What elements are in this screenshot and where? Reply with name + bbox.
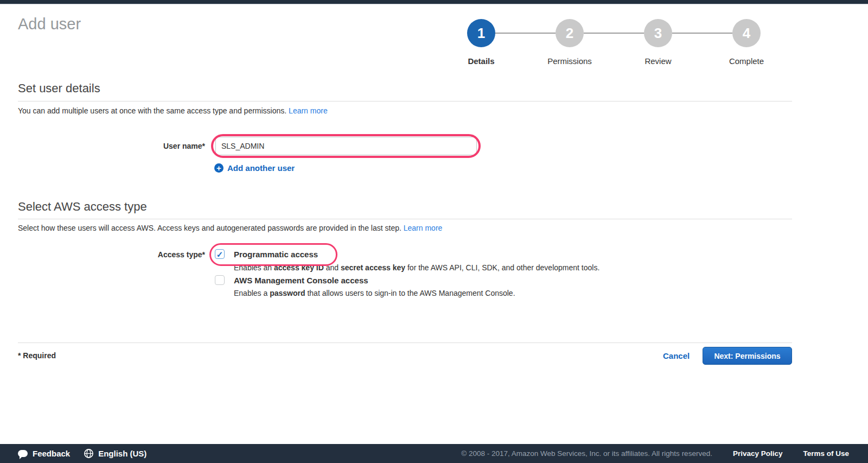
section-divider (18, 219, 792, 219)
top-navigation-bar (0, 0, 868, 4)
feedback-bubble-icon (18, 450, 28, 457)
wizard-step-details: 1 Details (451, 19, 511, 66)
username-input[interactable] (215, 137, 477, 155)
page-title: Add user (18, 15, 81, 33)
add-user-page: Add user 1 Details 2 Permissions 3 Revie… (0, 0, 868, 463)
language-label: English (US) (98, 449, 146, 458)
user-details-intro: You can add multiple users at once with … (18, 106, 328, 115)
terms-of-use-link[interactable]: Terms of Use (803, 449, 849, 458)
desc-text: Enables a (234, 289, 270, 297)
access-type-intro-text: Select how these users will access AWS. … (18, 224, 404, 232)
programmatic-access-checkbox[interactable]: ✓ (215, 249, 225, 259)
username-label: User name* (18, 142, 205, 150)
section-heading-access-type: Select AWS access type (18, 200, 147, 214)
step-2-label: Permissions (547, 56, 592, 66)
step-2-circle: 2 (556, 19, 584, 47)
cancel-button[interactable]: Cancel (663, 351, 690, 360)
console-access-checkbox[interactable]: ✓ (215, 275, 225, 285)
next-permissions-button[interactable]: Next: Permissions (703, 347, 792, 365)
globe-icon (84, 449, 93, 458)
copyright-text: © 2008 - 2017, Amazon Web Services, Inc.… (461, 449, 712, 458)
feedback-button[interactable]: Feedback (18, 449, 70, 458)
wizard-steps: 1 Details 2 Permissions 3 Review 4 Compl… (451, 19, 776, 66)
footer-divider (18, 343, 792, 343)
programmatic-access-label[interactable]: Programmatic access (234, 250, 318, 259)
wizard-step-permissions: 2 Permissions (540, 19, 599, 66)
section-divider (18, 101, 792, 102)
section-heading-user-details: Set user details (18, 81, 100, 96)
footer-bar: Feedback English (US) © 2008 - 2017, Ama… (0, 444, 868, 463)
learn-more-link-user-details[interactable]: Learn more (289, 106, 328, 115)
add-another-user-label: Add another user (227, 163, 295, 173)
privacy-policy-link[interactable]: Privacy Policy (733, 449, 783, 458)
required-note: * Required (18, 351, 56, 360)
desc-text: that allows users to sign-in to the AWS … (305, 289, 515, 297)
step-connector (672, 33, 732, 34)
desc-text: for the AWS API, CLI, SDK, and other dev… (405, 263, 599, 272)
desc-text: Enables an (234, 263, 274, 272)
step-1-label: Details (468, 56, 494, 66)
access-type-label: Access type* (18, 250, 205, 259)
console-access-description: Enables a password that allows users to … (234, 289, 515, 297)
user-details-intro-text: You can add multiple users at once with … (18, 106, 289, 115)
check-icon: ✓ (216, 250, 224, 258)
step-3-circle: 3 (644, 19, 672, 47)
desc-bold: access key ID (274, 263, 324, 272)
desc-bold: password (270, 289, 305, 297)
wizard-step-complete: 4 Complete (717, 19, 776, 66)
access-type-intro: Select how these users will access AWS. … (18, 224, 442, 232)
desc-bold: secret access key (341, 263, 405, 272)
step-1-circle: 1 (467, 19, 495, 47)
plus-icon: + (214, 163, 224, 173)
desc-text: and (324, 263, 341, 272)
add-another-user-link[interactable]: + Add another user (214, 163, 295, 173)
step-connector (495, 33, 556, 34)
programmatic-access-description: Enables an access key ID and secret acce… (234, 263, 599, 272)
step-4-circle: 4 (732, 19, 761, 47)
feedback-label: Feedback (33, 449, 70, 458)
language-selector[interactable]: English (US) (70, 449, 146, 458)
step-3-label: Review (644, 56, 671, 66)
learn-more-link-access-type[interactable]: Learn more (404, 224, 443, 232)
step-4-label: Complete (729, 56, 764, 66)
step-connector (584, 33, 644, 34)
console-access-label[interactable]: AWS Management Console access (234, 276, 368, 285)
wizard-step-review: 3 Review (628, 19, 688, 66)
